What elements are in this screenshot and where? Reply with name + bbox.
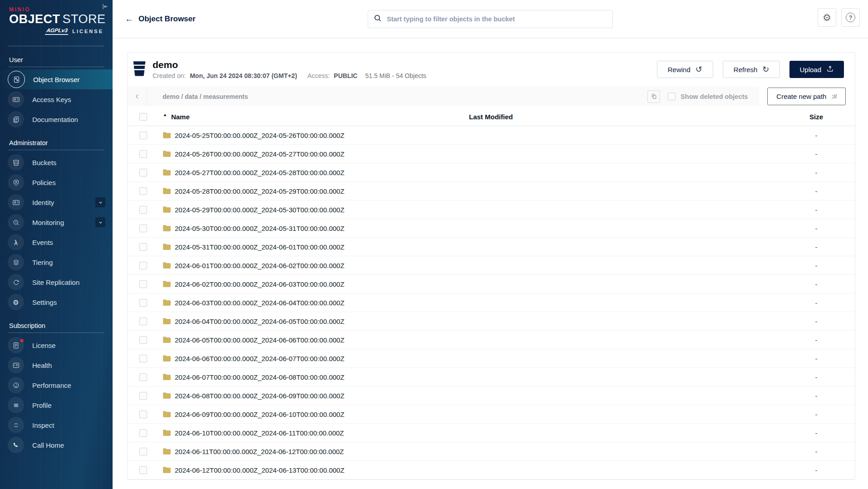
object-name-cell[interactable]: 2024-06-01T00:00:00.000Z_2024-06-02T00:0… xyxy=(159,262,460,269)
object-name-cell[interactable]: 2024-05-25T00:00:00.000Z_2024-05-26T00:0… xyxy=(159,132,460,139)
row-checkbox[interactable] xyxy=(139,187,147,195)
object-name[interactable]: 2024-05-27T00:00:00.000Z_2024-05-28T00:0… xyxy=(175,169,345,176)
sidebar-item-object-browser[interactable]: Object Browser xyxy=(0,69,113,89)
table-row[interactable]: 2024-06-03T00:00:00.000Z_2024-06-04T00:0… xyxy=(128,293,855,312)
object-name[interactable]: 2024-06-04T00:00:00.000Z_2024-06-05T00:0… xyxy=(175,318,345,325)
table-row[interactable]: 2024-06-06T00:00:00.000Z_2024-06-07T00:0… xyxy=(128,349,855,368)
table-row[interactable]: 2024-05-27T00:00:00.000Z_2024-05-28T00:0… xyxy=(128,163,855,182)
table-row[interactable]: 2024-05-25T00:00:00.000Z_2024-05-26T00:0… xyxy=(128,126,855,145)
object-filter-searchbox[interactable] xyxy=(368,10,613,28)
help-button[interactable]: ? xyxy=(841,8,860,27)
sidebar-item-settings[interactable]: ⚙ Settings xyxy=(0,292,113,312)
sidebar-item-inspect[interactable]: Inspect xyxy=(0,415,113,435)
table-row[interactable]: 2024-06-04T00:00:00.000Z_2024-06-05T00:0… xyxy=(128,312,855,331)
row-checkbox[interactable] xyxy=(139,206,147,214)
table-row[interactable]: 2024-06-01T00:00:00.000Z_2024-06-02T00:0… xyxy=(128,256,855,275)
object-name[interactable]: 2024-05-31T00:00:00.000Z_2024-06-01T00:0… xyxy=(175,243,345,251)
table-row[interactable]: 2024-06-12T00:00:00.000Z_2024-06-13T00:0… xyxy=(128,461,855,479)
table-row[interactable]: 2024-06-10T00:00:00.000Z_2024-06-11T00:0… xyxy=(128,424,855,442)
rewind-button[interactable]: Rewind ↺ xyxy=(657,61,713,78)
row-checkbox[interactable] xyxy=(139,318,147,325)
object-name-cell[interactable]: 2024-05-27T00:00:00.000Z_2024-05-28T00:0… xyxy=(159,169,460,176)
create-new-path-button[interactable]: Create new path :// xyxy=(767,88,846,105)
copy-path-button[interactable] xyxy=(647,90,660,103)
size-column-header[interactable]: Size xyxy=(778,113,855,121)
row-checkbox[interactable] xyxy=(139,429,147,437)
chevron-down-icon[interactable] xyxy=(95,217,105,227)
object-name[interactable]: 2024-06-10T00:00:00.000Z_2024-06-11T00:0… xyxy=(175,429,344,437)
sidebar-item-profile[interactable]: Profile xyxy=(0,395,113,415)
row-checkbox[interactable] xyxy=(139,169,147,176)
object-name-cell[interactable]: 2024-06-12T00:00:00.000Z_2024-06-13T00:0… xyxy=(159,466,460,474)
sidebar-item-tiering[interactable]: Tiering xyxy=(0,252,113,272)
object-name-cell[interactable]: 2024-05-29T00:00:00.000Z_2024-05-30T00:0… xyxy=(159,206,460,214)
table-row[interactable]: 2024-06-11T00:00:00.000Z_2024-06-12T00:0… xyxy=(128,442,855,461)
object-name-cell[interactable]: 2024-05-28T00:00:00.000Z_2024-05-29T00:0… xyxy=(159,187,460,195)
object-name[interactable]: 2024-06-11T00:00:00.000Z_2024-06-12T00:0… xyxy=(175,448,344,455)
row-checkbox[interactable] xyxy=(139,355,147,362)
table-row[interactable]: 2024-06-08T00:00:00.000Z_2024-06-09T00:0… xyxy=(128,386,855,405)
object-name[interactable]: 2024-06-08T00:00:00.000Z_2024-06-09T00:0… xyxy=(175,392,345,400)
upload-button[interactable]: Upload xyxy=(789,61,844,78)
object-name[interactable]: 2024-06-07T00:00:00.000Z_2024-06-08T00:0… xyxy=(175,373,345,381)
row-checkbox[interactable] xyxy=(139,448,147,455)
object-name[interactable]: 2024-05-29T00:00:00.000Z_2024-05-30T00:0… xyxy=(175,206,345,214)
object-name-cell[interactable]: 2024-06-08T00:00:00.000Z_2024-06-09T00:0… xyxy=(159,392,460,400)
sidebar-item-policies[interactable]: Policies xyxy=(0,172,113,192)
sidebar-item-performance[interactable]: Performance xyxy=(0,375,113,395)
object-name[interactable]: 2024-05-28T00:00:00.000Z_2024-05-29T00:0… xyxy=(175,187,345,195)
show-deleted-checkbox[interactable] xyxy=(668,93,676,100)
breadcrumb[interactable]: demo / data / measurements xyxy=(163,93,647,100)
name-column-header[interactable]: ▲ Name xyxy=(159,113,460,121)
row-checkbox[interactable] xyxy=(139,299,147,307)
object-name[interactable]: 2024-06-02T00:00:00.000Z_2024-06-03T00:0… xyxy=(175,280,345,288)
row-checkbox[interactable] xyxy=(139,243,147,251)
object-name-cell[interactable]: 2024-06-04T00:00:00.000Z_2024-06-05T00:0… xyxy=(159,318,460,325)
object-name-cell[interactable]: 2024-06-07T00:00:00.000Z_2024-06-08T00:0… xyxy=(159,373,460,381)
row-checkbox[interactable] xyxy=(139,466,147,474)
object-name-cell[interactable]: 2024-06-03T00:00:00.000Z_2024-06-04T00:0… xyxy=(159,299,460,307)
row-checkbox[interactable] xyxy=(139,132,147,139)
select-all-checkbox[interactable] xyxy=(139,113,147,121)
table-row[interactable]: 2024-05-28T00:00:00.000Z_2024-05-29T00:0… xyxy=(128,182,855,200)
sidebar-item-documentation[interactable]: Documentation xyxy=(0,109,113,129)
show-deleted-objects-toggle[interactable]: Show deleted objects xyxy=(668,93,748,100)
last-modified-column-header[interactable]: Last Modified xyxy=(460,113,778,121)
sidebar-item-access-keys[interactable]: Access Keys xyxy=(0,89,113,109)
object-name-cell[interactable]: 2024-06-09T00:00:00.000Z_2024-06-10T00:0… xyxy=(159,411,460,418)
sidebar-item-monitoring[interactable]: Monitoring xyxy=(0,212,113,232)
object-name[interactable]: 2024-05-26T00:00:00.000Z_2024-05-27T00:0… xyxy=(175,150,345,158)
sort-ascending-icon[interactable]: ▲ xyxy=(163,112,167,117)
sidebar-item-identity[interactable]: Identity xyxy=(0,192,113,212)
object-name[interactable]: 2024-05-25T00:00:00.000Z_2024-05-26T00:0… xyxy=(175,132,345,139)
table-row[interactable]: 2024-06-07T00:00:00.000Z_2024-06-08T00:0… xyxy=(128,368,855,386)
row-checkbox[interactable] xyxy=(139,373,147,381)
table-row[interactable]: 2024-05-29T00:00:00.000Z_2024-05-30T00:0… xyxy=(128,200,855,219)
object-name-cell[interactable]: 2024-06-02T00:00:00.000Z_2024-06-03T00:0… xyxy=(159,280,460,288)
object-name[interactable]: 2024-06-09T00:00:00.000Z_2024-06-10T00:0… xyxy=(175,411,345,418)
object-name[interactable]: 2024-06-05T00:00:00.000Z_2024-06-06T00:0… xyxy=(175,336,345,344)
object-name-cell[interactable]: 2024-06-05T00:00:00.000Z_2024-06-06T00:0… xyxy=(159,336,460,344)
table-row[interactable]: 2024-06-05T00:00:00.000Z_2024-06-06T00:0… xyxy=(128,331,855,349)
row-checkbox[interactable] xyxy=(139,336,147,344)
row-checkbox[interactable] xyxy=(139,392,147,400)
refresh-button[interactable]: Refresh ↻ xyxy=(723,61,780,78)
row-checkbox[interactable] xyxy=(139,262,147,269)
object-name-cell[interactable]: 2024-05-30T00:00:00.000Z_2024-05-31T00:0… xyxy=(159,225,460,232)
sidebar-item-health[interactable]: Health xyxy=(0,355,113,375)
table-row[interactable]: 2024-06-02T00:00:00.000Z_2024-06-03T00:0… xyxy=(128,275,855,293)
object-name-cell[interactable]: 2024-06-10T00:00:00.000Z_2024-06-11T00:0… xyxy=(159,429,460,437)
object-name[interactable]: 2024-06-06T00:00:00.000Z_2024-06-07T00:0… xyxy=(175,355,345,362)
object-name-cell[interactable]: 2024-06-06T00:00:00.000Z_2024-06-07T00:0… xyxy=(159,355,460,362)
object-name-cell[interactable]: 2024-05-31T00:00:00.000Z_2024-06-01T00:0… xyxy=(159,243,460,251)
settings-button[interactable]: ⚙ xyxy=(818,8,836,27)
object-name-cell[interactable]: 2024-06-11T00:00:00.000Z_2024-06-12T00:0… xyxy=(159,448,460,455)
sidebar-item-buckets[interactable]: Buckets xyxy=(0,152,113,172)
breadcrumb-back-chevron[interactable] xyxy=(128,87,147,106)
object-name[interactable]: 2024-05-30T00:00:00.000Z_2024-05-31T00:0… xyxy=(175,225,345,232)
sidebar-item-events[interactable]: λ Events xyxy=(0,232,113,252)
row-checkbox[interactable] xyxy=(139,411,147,418)
collapse-sidebar-icon[interactable] xyxy=(101,3,109,12)
page-back[interactable]: ← Object Browser xyxy=(125,15,196,24)
object-name[interactable]: 2024-06-03T00:00:00.000Z_2024-06-04T00:0… xyxy=(175,299,345,307)
